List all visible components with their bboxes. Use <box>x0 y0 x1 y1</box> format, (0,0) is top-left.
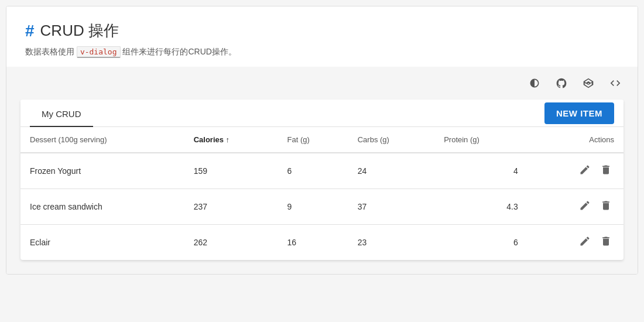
page-wrapper: # CRUD 操作 数据表格使用 v-dialog 组件来进行每行的CRUD操作… <box>6 6 638 275</box>
subtitle-before: 数据表格使用 <box>25 47 77 56</box>
col-header-protein: Protein (g) <box>434 127 527 153</box>
page-subtitle: 数据表格使用 v-dialog 组件来进行每行的CRUD操作。 <box>25 47 619 57</box>
col-header-name: Dessert (100g serving) <box>20 127 184 153</box>
table-header-row: Dessert (100g serving) Calories ↑ Fat (g… <box>20 127 624 153</box>
col-header-calories: Calories ↑ <box>184 127 278 153</box>
delete-button-1[interactable] <box>598 197 614 216</box>
card-tabs-row: My CRUD NEW ITEM <box>20 100 624 127</box>
hash-icon: # <box>25 22 35 40</box>
contrast-icon[interactable] <box>524 73 545 94</box>
cell-carbs-1: 37 <box>348 189 434 225</box>
cell-fat-0: 6 <box>278 153 348 189</box>
card: My CRUD NEW ITEM Dessert (100g serving) … <box>20 100 624 260</box>
codepen-icon[interactable] <box>578 73 599 94</box>
subtitle-code: v-dialog <box>77 46 121 58</box>
cell-calories-0: 159 <box>184 153 278 189</box>
col-header-fat: Fat (g) <box>278 127 348 153</box>
col-header-actions: Actions <box>527 127 624 153</box>
cell-protein-0: 4 <box>434 153 527 189</box>
table-row: Eclair 262 16 23 6 <box>20 225 624 261</box>
title-row: # CRUD 操作 <box>25 20 619 41</box>
table-row: Ice cream sandwich 237 9 37 4.3 <box>20 189 624 225</box>
cell-actions-1 <box>527 189 624 225</box>
cell-actions-0 <box>527 153 624 189</box>
subtitle-after: 组件来进行每行的CRUD操作。 <box>121 47 237 56</box>
data-table: Dessert (100g serving) Calories ↑ Fat (g… <box>20 127 624 260</box>
edit-button-2[interactable] <box>577 233 593 252</box>
cell-calories-1: 237 <box>184 189 278 225</box>
delete-button-2[interactable] <box>598 233 614 252</box>
code-icon[interactable] <box>605 73 626 94</box>
cell-carbs-0: 24 <box>348 153 434 189</box>
delete-button-0[interactable] <box>598 162 614 180</box>
tab-my-crud[interactable]: My CRUD <box>30 100 93 127</box>
cell-name-2: Eclair <box>20 225 184 261</box>
new-item-button[interactable]: NEW ITEM <box>544 102 614 124</box>
demo-toolbar <box>6 67 638 100</box>
cell-protein-1: 4.3 <box>434 189 527 225</box>
cell-fat-2: 16 <box>278 225 348 261</box>
cell-carbs-2: 23 <box>348 225 434 261</box>
page-header: # CRUD 操作 数据表格使用 v-dialog 组件来进行每行的CRUD操作… <box>6 6 638 67</box>
page-title: CRUD 操作 <box>40 20 119 41</box>
cell-fat-1: 9 <box>278 189 348 225</box>
table-row: Frozen Yogurt 159 6 24 4 <box>20 153 624 189</box>
github-icon[interactable] <box>551 73 572 94</box>
demo-area: My CRUD NEW ITEM Dessert (100g serving) … <box>6 67 638 274</box>
cell-actions-2 <box>527 225 624 261</box>
cell-protein-2: 6 <box>434 225 527 261</box>
edit-button-1[interactable] <box>577 197 593 216</box>
cell-calories-2: 262 <box>184 225 278 261</box>
edit-button-0[interactable] <box>577 162 593 180</box>
col-header-carbs: Carbs (g) <box>348 127 434 153</box>
cell-name-1: Ice cream sandwich <box>20 189 184 225</box>
cell-name-0: Frozen Yogurt <box>20 153 184 189</box>
